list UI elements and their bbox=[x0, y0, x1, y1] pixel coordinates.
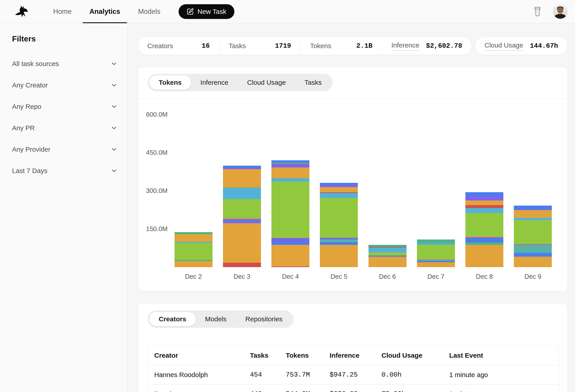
cell-cloud_usage: 0.00h bbox=[382, 371, 449, 379]
filter-label: Any Creator bbox=[12, 81, 48, 89]
table-row[interactable]: Rooviewer440544.3M$376.2875.23h3 minutes… bbox=[148, 384, 559, 392]
chevron-down-icon bbox=[111, 82, 118, 89]
stat-cloud-usage[interactable]: Cloud Usage144.67h bbox=[475, 37, 567, 55]
cell-last_event: 1 minute ago bbox=[449, 371, 553, 379]
chart-tab-cloud-usage[interactable]: Cloud Usage bbox=[238, 75, 295, 90]
user-avatar[interactable] bbox=[553, 4, 568, 19]
filter-last-7-days[interactable]: Last 7 Days bbox=[12, 160, 118, 181]
segment-orange bbox=[175, 234, 213, 242]
nav-link-analytics[interactable]: Analytics bbox=[87, 0, 122, 23]
chart-tab-inference[interactable]: Inference bbox=[191, 75, 238, 90]
stat-value: 1719 bbox=[275, 42, 291, 50]
bar-column-dec-2: Dec 2 bbox=[169, 99, 218, 291]
segment-orange bbox=[223, 169, 261, 188]
breakdown-card: CreatorsModelsRepositories CreatorTasksT… bbox=[138, 304, 568, 392]
flashlight-icon[interactable] bbox=[532, 6, 543, 17]
segment-teal bbox=[320, 240, 358, 242]
bar-dec-8[interactable] bbox=[465, 192, 503, 267]
segment-green bbox=[223, 199, 261, 219]
new-task-pen-icon bbox=[187, 8, 194, 15]
x-label: Dec 7 bbox=[412, 273, 460, 280]
breakdown-tabs: CreatorsModelsRepositories bbox=[148, 310, 293, 328]
col-header-creator: Creator bbox=[154, 352, 250, 359]
y-tick-450.0M: 450.0M bbox=[146, 149, 168, 156]
segment-red bbox=[271, 266, 309, 267]
nav-link-models[interactable]: Models bbox=[136, 0, 163, 23]
filter-any-creator[interactable]: Any Creator bbox=[12, 74, 118, 96]
stat-value: $2,602.78 bbox=[426, 42, 462, 50]
col-header-last-event: Last Event bbox=[449, 352, 553, 359]
breakdown-tab-repositories[interactable]: Repositories bbox=[236, 312, 292, 326]
segment-blue bbox=[223, 166, 261, 169]
nav-link-home[interactable]: Home bbox=[51, 0, 74, 23]
filter-all-task-sources[interactable]: All task sources bbox=[12, 53, 118, 74]
chart-tab-tasks[interactable]: Tasks bbox=[295, 75, 331, 90]
bar-dec-4[interactable] bbox=[271, 160, 309, 267]
filter-label: Any Repo bbox=[12, 103, 42, 110]
bar-column-dec-3: Dec 3 bbox=[218, 99, 266, 291]
x-label: Dec 3 bbox=[218, 273, 266, 280]
y-tick-600.0M: 600.0M bbox=[146, 111, 168, 118]
breakdown-tab-models[interactable]: Models bbox=[195, 312, 236, 326]
bar-dec-6[interactable] bbox=[368, 245, 407, 267]
breakdown-tab-creators[interactable]: Creators bbox=[149, 312, 195, 326]
segment-blue bbox=[417, 261, 455, 262]
bar-column-dec-9: Dec 9 bbox=[509, 99, 557, 291]
segment-orange bbox=[465, 200, 503, 205]
main-content: Creators16Tasks1719Tokens2.1BInference$2… bbox=[127, 23, 575, 392]
segment-orange bbox=[465, 245, 503, 267]
segment-sky bbox=[223, 188, 261, 199]
col-header-cloud-usage[interactable]: Cloud Usage bbox=[382, 352, 449, 359]
bar-dec-9[interactable] bbox=[514, 206, 552, 267]
segment-orange bbox=[368, 257, 407, 267]
stat-inference[interactable]: Inference$2,602.78 bbox=[382, 37, 471, 55]
col-header-label: Creator bbox=[154, 352, 178, 359]
segment-blue bbox=[465, 192, 503, 196]
stat-tokens: Tokens2.1B bbox=[300, 37, 382, 55]
chart-card: TokensInferenceCloud UsageTasks 150.0M30… bbox=[138, 67, 568, 291]
kangaroo-logo-icon[interactable] bbox=[14, 4, 33, 19]
filter-list: All task sourcesAny CreatorAny RepoAny P… bbox=[12, 53, 118, 181]
segment-green bbox=[368, 252, 407, 256]
bar-column-dec-8: Dec 8 bbox=[460, 99, 509, 291]
segment-orange bbox=[223, 223, 261, 263]
chart-tab-tokens[interactable]: Tokens bbox=[149, 75, 191, 90]
segment-blue bbox=[465, 238, 503, 242]
stat-label: Creators bbox=[147, 42, 173, 50]
bar-column-dec-4: Dec 4 bbox=[266, 99, 315, 291]
segment-orange bbox=[175, 261, 213, 267]
filter-label: Last 7 Days bbox=[12, 167, 47, 174]
segment-blue bbox=[514, 253, 552, 257]
new-task-button[interactable]: New Task bbox=[179, 4, 234, 19]
bar-dec-3[interactable] bbox=[223, 166, 261, 267]
x-label: Dec 5 bbox=[315, 273, 363, 280]
segment-green bbox=[514, 220, 552, 244]
bar-dec-7[interactable] bbox=[417, 240, 455, 267]
segment-purple bbox=[271, 164, 309, 168]
filter-any-pr[interactable]: Any PR bbox=[12, 117, 118, 139]
filter-any-repo[interactable]: Any Repo bbox=[12, 96, 118, 117]
segment-red bbox=[465, 205, 503, 208]
filter-any-provider[interactable]: Any Provider bbox=[12, 139, 118, 160]
y-tick-300.0M: 300.0M bbox=[146, 187, 168, 195]
segment-seafoam bbox=[175, 232, 213, 234]
bar-dec-2[interactable] bbox=[175, 232, 213, 267]
x-label: Dec 2 bbox=[169, 273, 218, 280]
segment-blue bbox=[271, 242, 309, 245]
segment-sky bbox=[417, 243, 455, 245]
segment-sky bbox=[514, 218, 552, 220]
cell-creator: Hannes Roodolph bbox=[154, 371, 250, 379]
segment-green bbox=[175, 243, 213, 260]
segment-teal bbox=[514, 245, 552, 253]
col-header-inference[interactable]: Inference bbox=[330, 352, 382, 359]
stat-label: Tokens bbox=[310, 42, 331, 50]
segment-orange bbox=[514, 257, 552, 267]
segment-orange bbox=[320, 245, 358, 267]
bar-column-dec-6: Dec 6 bbox=[363, 99, 412, 291]
cell-inference: $376.28 bbox=[330, 390, 382, 392]
bar-dec-5[interactable] bbox=[320, 183, 358, 267]
table-row[interactable]: Hannes Roodolph454753.7M$947.250.00h1 mi… bbox=[148, 365, 559, 384]
cell-creator: Rooviewer bbox=[154, 390, 250, 392]
segment-orange bbox=[271, 168, 309, 178]
chart-tabs-wrap: TokensInferenceCloud UsageTasks bbox=[138, 67, 567, 98]
